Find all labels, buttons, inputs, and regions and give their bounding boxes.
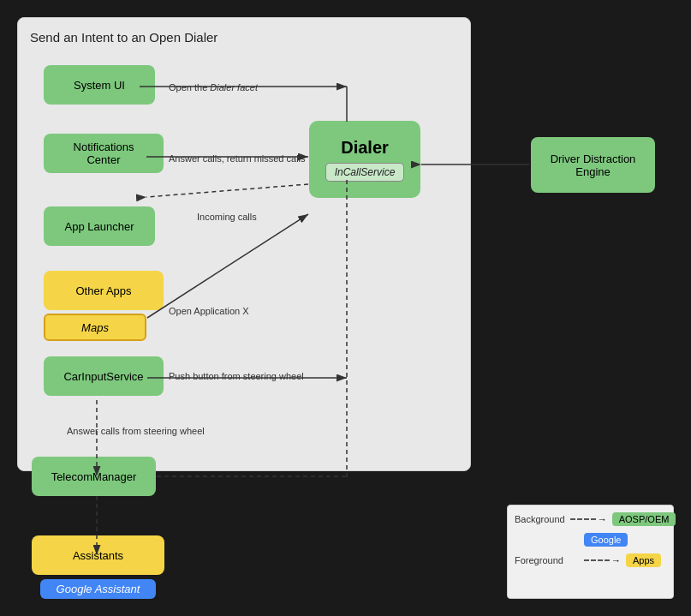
system-ui-box: System UI	[44, 65, 155, 105]
dialer-box: Dialer InCallService	[309, 121, 420, 198]
label-answer-steering: Answer calls from steering wheel	[67, 426, 205, 436]
assistants-label: Assistants	[73, 549, 123, 562]
carinput-service-box: CarInputService	[44, 356, 164, 396]
legend-google-row: Google	[515, 533, 666, 547]
maps-label: Maps	[81, 321, 109, 334]
notifications-center-label: Notifications Center	[56, 141, 152, 166]
label-incoming-calls: Incoming calls	[197, 212, 257, 222]
legend-background-label: Background	[515, 514, 565, 524]
assistants-box: Assistants	[32, 535, 164, 575]
maps-box: Maps	[44, 314, 146, 341]
telecom-manager-label: TelecomManager	[51, 470, 137, 483]
dialer-label: Dialer	[341, 138, 389, 158]
other-apps-label: Other Apps	[75, 284, 131, 297]
legend-foreground-row: Foreground → Apps	[515, 553, 666, 567]
driver-distraction-box: Driver Distraction Engine	[531, 137, 655, 193]
incall-service-label: InCallService	[325, 163, 405, 182]
system-ui-label: System UI	[74, 79, 125, 92]
assistants-container: Assistants Google Assistant	[32, 535, 164, 599]
google-assistant-box: Google Assistant	[40, 579, 156, 599]
legend-box: Background → AOSP/OEM Google Foreground …	[507, 505, 674, 599]
other-apps-container: Other Apps Maps	[44, 271, 164, 341]
google-assistant-label: Google Assistant	[57, 583, 140, 595]
label-open-dialer-facet: Open the Dialer facet	[169, 82, 258, 93]
label-push-button: Push button from steering wheel	[169, 371, 304, 381]
legend-apps-label: Apps	[626, 553, 661, 567]
carinput-service-label: CarInputService	[63, 370, 143, 383]
legend-background-row: Background → AOSP/OEM	[515, 512, 666, 526]
label-open-application-x: Open Application X	[169, 306, 249, 316]
telecom-manager-box: TelecomManager	[32, 457, 156, 496]
legend-foreground-label: Foreground	[515, 555, 579, 565]
legend-aosp-oem: AOSP/OEM	[612, 512, 676, 526]
notifications-center-box: Notifications Center	[44, 134, 164, 173]
app-launcher-box: App Launcher	[44, 206, 155, 246]
legend-google-label: Google	[584, 533, 628, 547]
label-answer-calls: Answer calls, return missed calls	[169, 153, 306, 164]
diagram-title: Send an Intent to an Open Dialer	[30, 30, 217, 45]
other-apps-box: Other Apps	[44, 271, 164, 310]
app-launcher-label: App Launcher	[65, 220, 134, 233]
driver-distraction-label: Driver Distraction Engine	[543, 153, 643, 178]
